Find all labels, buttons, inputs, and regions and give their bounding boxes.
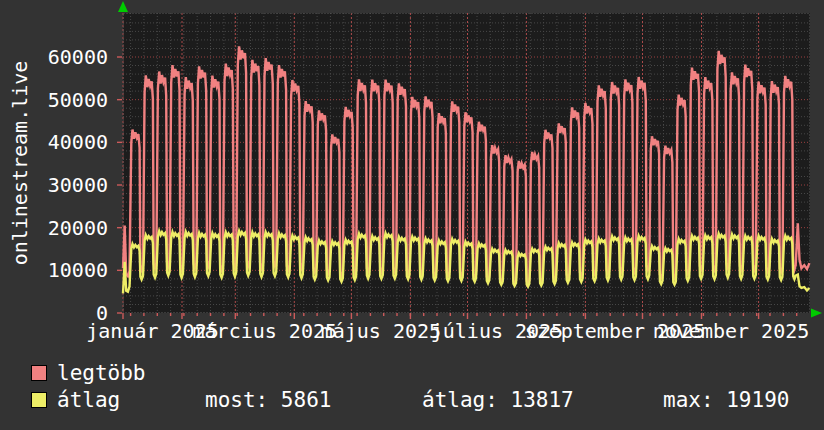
y-tick-label: 30000 bbox=[0, 174, 108, 196]
y-tick-label: 20000 bbox=[0, 217, 108, 239]
legend-swatch-atlag bbox=[31, 392, 47, 408]
rrd-graph-screen: onlinestream.live 0100002000030000400005… bbox=[0, 0, 824, 430]
y-tick-label: 10000 bbox=[0, 259, 108, 281]
y-tick-label: 50000 bbox=[0, 89, 108, 111]
legend-label-legtobb: legtöbb bbox=[57, 362, 146, 384]
y-tick-label: 40000 bbox=[0, 131, 108, 153]
stat-max: max: 19190 bbox=[663, 389, 789, 411]
legend-label-atlag: átlag bbox=[57, 389, 120, 411]
stat-atlag: átlag: 13817 bbox=[422, 389, 574, 411]
stat-most: most: 5861 bbox=[205, 389, 331, 411]
x-tick-label: május 2025 bbox=[321, 320, 441, 342]
chart-plot-area bbox=[123, 13, 810, 313]
y-tick-label: 60000 bbox=[0, 46, 108, 68]
x-tick-label: március 2025 bbox=[193, 320, 338, 342]
y-axis-arrow-icon bbox=[118, 1, 128, 12]
legend-swatch-legtobb bbox=[31, 365, 47, 381]
x-axis-arrow-icon bbox=[811, 309, 822, 318]
x-tick-label: november 2025 bbox=[653, 320, 810, 342]
plot-background bbox=[123, 13, 810, 313]
